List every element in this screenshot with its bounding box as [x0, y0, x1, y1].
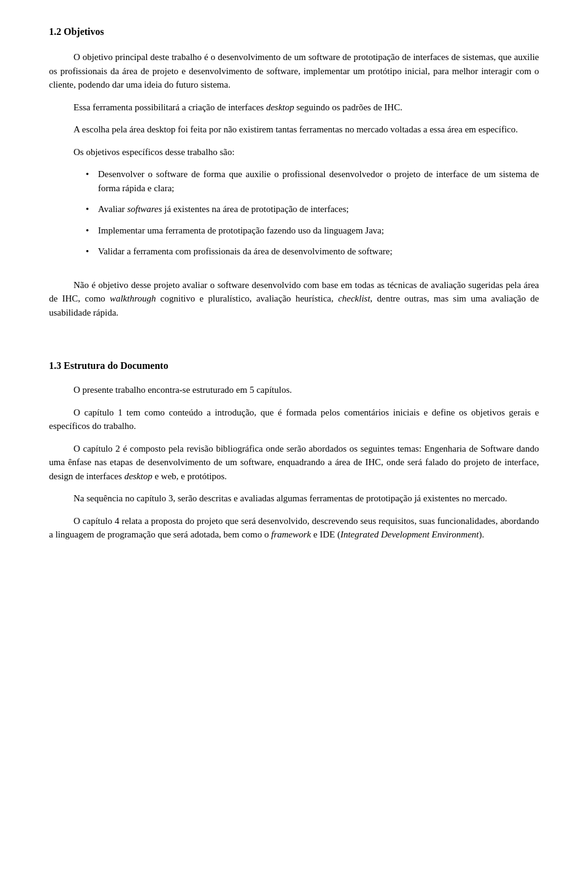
section-13-para4: Na sequência no capítulo 3, serão descri…	[49, 491, 539, 506]
section-13-title: 1.3 Estrutura do Documento	[49, 360, 168, 371]
section-12-para1: O objetivo principal deste trabalho é o …	[49, 50, 539, 92]
section-13-para3: O capítulo 2 é composto pela revisão bib…	[49, 442, 539, 484]
section-13-para1: O presente trabalho encontra-se estrutur…	[49, 383, 539, 397]
list-item: Implementar uma ferramenta de prototipaç…	[86, 224, 539, 238]
section-12-objectives-intro: Os objetivos específicos desse trabalho …	[49, 145, 539, 159]
section-12-title: 1.2 Objetivos	[49, 26, 104, 37]
section-12-para3: A escolha pela área desktop foi feita po…	[49, 123, 539, 137]
section-12-para2: Essa ferramenta possibilitará a criação …	[49, 101, 539, 115]
section-13-para5: O capítulo 4 relata a proposta do projet…	[49, 514, 539, 542]
list-item: Avaliar softwares já existentes na área …	[86, 202, 539, 216]
section-13-heading: 1.3 Estrutura do Documento	[49, 359, 539, 373]
section-12-heading: 1.2 Objetivos	[49, 25, 539, 39]
list-item: Desenvolver o software de forma que auxi…	[86, 167, 539, 195]
list-item: Validar a ferramenta com profissionais d…	[86, 245, 539, 259]
page: 1.2 Objetivos O objetivo principal deste…	[0, 0, 588, 869]
objectives-list: Desenvolver o software de forma que auxi…	[86, 167, 539, 259]
section-13-para2: O capítulo 1 tem como conteúdo a introdu…	[49, 406, 539, 433]
section-12-para5: Não é objetivo desse projeto avaliar o s…	[49, 278, 539, 320]
